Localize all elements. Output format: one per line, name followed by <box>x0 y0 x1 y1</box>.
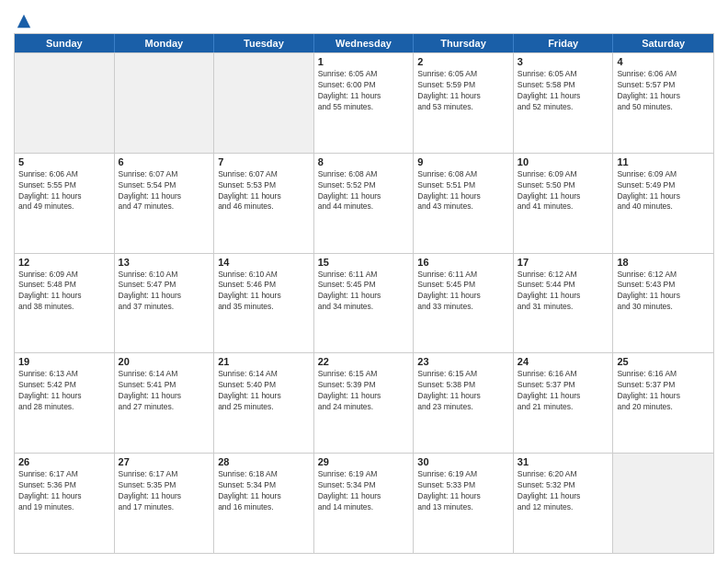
day-header-saturday: Saturday <box>613 34 713 52</box>
cal-cell: 13Sunrise: 6:10 AMSunset: 5:47 PMDayligh… <box>115 254 215 353</box>
day-number: 28 <box>218 456 310 467</box>
cell-info: Sunrise: 6:06 AMSunset: 5:55 PMDaylight:… <box>18 169 110 213</box>
day-number: 11 <box>617 156 710 167</box>
day-number: 1 <box>318 56 410 67</box>
day-header-wednesday: Wednesday <box>314 34 415 52</box>
cal-cell: 19Sunrise: 6:13 AMSunset: 5:42 PMDayligh… <box>15 353 115 453</box>
cal-cell: 11Sunrise: 6:09 AMSunset: 5:49 PMDayligh… <box>613 154 713 253</box>
week-row-5: 26Sunrise: 6:17 AMSunset: 5:36 PMDayligh… <box>15 453 713 553</box>
day-number: 18 <box>617 257 710 268</box>
cell-info: Sunrise: 6:19 AMSunset: 5:34 PMDaylight:… <box>318 469 410 513</box>
day-number: 25 <box>617 356 710 367</box>
day-header-tuesday: Tuesday <box>214 34 314 52</box>
cal-cell: 20Sunrise: 6:14 AMSunset: 5:41 PMDayligh… <box>115 353 215 453</box>
cell-info: Sunrise: 6:11 AMSunset: 5:45 PMDaylight:… <box>417 270 509 314</box>
cal-cell: 2Sunrise: 6:05 AMSunset: 5:59 PMDaylight… <box>414 53 514 153</box>
cal-cell: 25Sunrise: 6:16 AMSunset: 5:37 PMDayligh… <box>613 353 713 453</box>
day-number: 14 <box>218 257 310 268</box>
day-number: 10 <box>518 156 609 167</box>
cal-cell: 15Sunrise: 6:11 AMSunset: 5:45 PMDayligh… <box>314 254 415 353</box>
day-number: 6 <box>119 156 210 167</box>
day-number: 30 <box>417 456 509 467</box>
cell-info: Sunrise: 6:10 AMSunset: 5:46 PMDaylight:… <box>218 270 310 314</box>
week-row-4: 19Sunrise: 6:13 AMSunset: 5:42 PMDayligh… <box>15 352 713 453</box>
day-number: 9 <box>417 156 509 167</box>
cal-cell: 6Sunrise: 6:07 AMSunset: 5:54 PMDaylight… <box>115 154 215 253</box>
cell-info: Sunrise: 6:13 AMSunset: 5:42 PMDaylight:… <box>18 369 110 413</box>
day-header-sunday: Sunday <box>15 34 115 52</box>
cal-cell: 4Sunrise: 6:06 AMSunset: 5:57 PMDaylight… <box>613 53 713 153</box>
day-number: 13 <box>119 257 210 268</box>
header <box>14 9 714 28</box>
day-number: 12 <box>18 257 110 268</box>
cal-cell: 1Sunrise: 6:05 AMSunset: 6:00 PMDaylight… <box>314 53 415 153</box>
day-number: 23 <box>417 356 509 367</box>
week-row-1: 1Sunrise: 6:05 AMSunset: 6:00 PMDaylight… <box>15 52 713 153</box>
svg-marker-0 <box>17 15 30 28</box>
week-row-2: 5Sunrise: 6:06 AMSunset: 5:55 PMDaylight… <box>15 153 713 253</box>
day-number: 3 <box>518 56 609 67</box>
cal-cell: 17Sunrise: 6:12 AMSunset: 5:44 PMDayligh… <box>514 254 614 353</box>
day-number: 21 <box>218 356 310 367</box>
cell-info: Sunrise: 6:08 AMSunset: 5:52 PMDaylight:… <box>318 169 410 213</box>
cell-info: Sunrise: 6:20 AMSunset: 5:32 PMDaylight:… <box>518 469 609 513</box>
cal-cell: 21Sunrise: 6:14 AMSunset: 5:40 PMDayligh… <box>214 353 314 453</box>
cell-info: Sunrise: 6:08 AMSunset: 5:51 PMDaylight:… <box>417 169 509 213</box>
cell-info: Sunrise: 6:15 AMSunset: 5:39 PMDaylight:… <box>318 369 410 413</box>
day-header-thursday: Thursday <box>414 34 514 52</box>
cell-info: Sunrise: 6:05 AMSunset: 6:00 PMDaylight:… <box>318 69 410 113</box>
day-number: 15 <box>318 257 410 268</box>
week-row-3: 12Sunrise: 6:09 AMSunset: 5:48 PMDayligh… <box>15 253 713 353</box>
cal-cell <box>613 454 713 553</box>
cell-info: Sunrise: 6:05 AMSunset: 5:59 PMDaylight:… <box>417 69 509 113</box>
cell-info: Sunrise: 6:17 AMSunset: 5:35 PMDaylight:… <box>119 469 210 513</box>
day-number: 4 <box>617 56 710 67</box>
cal-cell <box>115 53 215 153</box>
cal-cell: 26Sunrise: 6:17 AMSunset: 5:36 PMDayligh… <box>15 454 115 553</box>
day-number: 17 <box>518 257 609 268</box>
cell-info: Sunrise: 6:07 AMSunset: 5:54 PMDaylight:… <box>119 169 210 213</box>
cell-info: Sunrise: 6:15 AMSunset: 5:38 PMDaylight:… <box>417 369 509 413</box>
day-number: 2 <box>417 56 509 67</box>
day-header-friday: Friday <box>514 34 614 52</box>
day-number: 19 <box>18 356 110 367</box>
cell-info: Sunrise: 6:09 AMSunset: 5:49 PMDaylight:… <box>617 169 710 213</box>
cell-info: Sunrise: 6:09 AMSunset: 5:50 PMDaylight:… <box>518 169 609 213</box>
cal-cell: 10Sunrise: 6:09 AMSunset: 5:50 PMDayligh… <box>514 154 614 253</box>
cal-cell: 24Sunrise: 6:16 AMSunset: 5:37 PMDayligh… <box>514 353 614 453</box>
day-number: 5 <box>18 156 110 167</box>
day-number: 27 <box>119 456 210 467</box>
cell-info: Sunrise: 6:06 AMSunset: 5:57 PMDaylight:… <box>617 69 710 113</box>
cal-cell: 7Sunrise: 6:07 AMSunset: 5:53 PMDaylight… <box>214 154 314 253</box>
cell-info: Sunrise: 6:16 AMSunset: 5:37 PMDaylight:… <box>617 369 710 413</box>
calendar-header: SundayMondayTuesdayWednesdayThursdayFrid… <box>15 34 713 52</box>
cell-info: Sunrise: 6:05 AMSunset: 5:58 PMDaylight:… <box>518 69 609 113</box>
cal-cell: 9Sunrise: 6:08 AMSunset: 5:51 PMDaylight… <box>414 154 514 253</box>
cal-cell: 28Sunrise: 6:18 AMSunset: 5:34 PMDayligh… <box>214 454 314 553</box>
page: SundayMondayTuesdayWednesdayThursdayFrid… <box>0 0 728 563</box>
cell-info: Sunrise: 6:19 AMSunset: 5:33 PMDaylight:… <box>417 469 509 513</box>
cal-cell: 3Sunrise: 6:05 AMSunset: 5:58 PMDaylight… <box>514 53 614 153</box>
cal-cell: 30Sunrise: 6:19 AMSunset: 5:33 PMDayligh… <box>414 454 514 553</box>
day-number: 29 <box>318 456 410 467</box>
cal-cell: 18Sunrise: 6:12 AMSunset: 5:43 PMDayligh… <box>613 254 713 353</box>
cell-info: Sunrise: 6:10 AMSunset: 5:47 PMDaylight:… <box>119 270 210 314</box>
cell-info: Sunrise: 6:12 AMSunset: 5:43 PMDaylight:… <box>617 270 710 314</box>
day-header-monday: Monday <box>115 34 215 52</box>
calendar: SundayMondayTuesdayWednesdayThursdayFrid… <box>14 33 714 554</box>
cal-cell: 31Sunrise: 6:20 AMSunset: 5:32 PMDayligh… <box>514 454 614 553</box>
cal-cell: 27Sunrise: 6:17 AMSunset: 5:35 PMDayligh… <box>115 454 215 553</box>
cell-info: Sunrise: 6:17 AMSunset: 5:36 PMDaylight:… <box>18 469 110 513</box>
cal-cell <box>15 53 115 153</box>
cell-info: Sunrise: 6:16 AMSunset: 5:37 PMDaylight:… <box>518 369 609 413</box>
cal-cell: 14Sunrise: 6:10 AMSunset: 5:46 PMDayligh… <box>214 254 314 353</box>
day-number: 7 <box>218 156 310 167</box>
cal-cell: 29Sunrise: 6:19 AMSunset: 5:34 PMDayligh… <box>314 454 415 553</box>
cal-cell: 22Sunrise: 6:15 AMSunset: 5:39 PMDayligh… <box>314 353 415 453</box>
day-number: 26 <box>18 456 110 467</box>
cell-info: Sunrise: 6:12 AMSunset: 5:44 PMDaylight:… <box>518 270 609 314</box>
day-number: 8 <box>318 156 410 167</box>
cell-info: Sunrise: 6:07 AMSunset: 5:53 PMDaylight:… <box>218 169 310 213</box>
cal-cell: 8Sunrise: 6:08 AMSunset: 5:52 PMDaylight… <box>314 154 415 253</box>
day-number: 22 <box>318 356 410 367</box>
